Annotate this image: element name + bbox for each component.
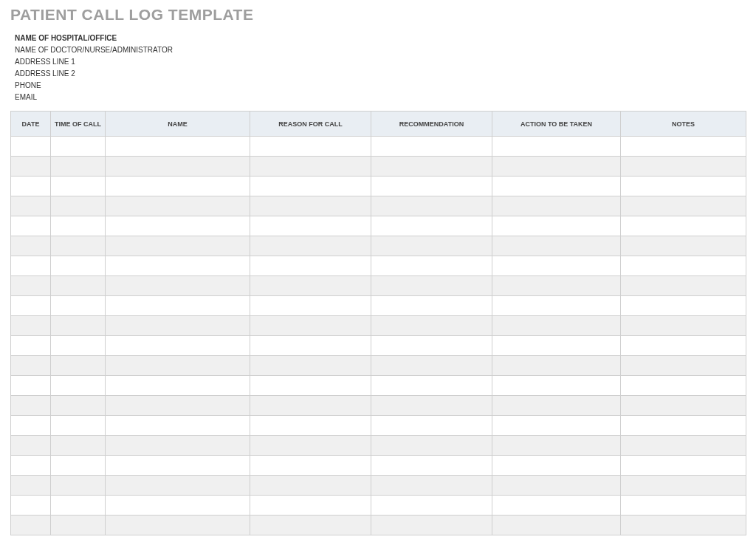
cell-time[interactable] xyxy=(51,157,106,177)
cell-name[interactable] xyxy=(106,376,250,396)
cell-name[interactable] xyxy=(106,336,250,356)
cell-name[interactable] xyxy=(106,256,250,276)
cell-time[interactable] xyxy=(51,276,106,296)
cell-date[interactable] xyxy=(11,396,51,416)
cell-notes[interactable] xyxy=(621,416,746,436)
cell-notes[interactable] xyxy=(621,177,746,196)
cell-date[interactable] xyxy=(11,196,51,216)
cell-date[interactable] xyxy=(11,157,51,177)
cell-date[interactable] xyxy=(11,516,51,535)
cell-notes[interactable] xyxy=(621,356,746,376)
cell-time[interactable] xyxy=(51,516,106,535)
cell-action[interactable] xyxy=(492,516,621,535)
cell-notes[interactable] xyxy=(621,236,746,256)
cell-action[interactable] xyxy=(492,216,621,236)
cell-action[interactable] xyxy=(492,336,621,356)
cell-date[interactable] xyxy=(11,296,51,316)
cell-reason[interactable] xyxy=(250,376,371,396)
cell-name[interactable] xyxy=(106,476,250,496)
cell-name[interactable] xyxy=(106,236,250,256)
cell-action[interactable] xyxy=(492,256,621,276)
cell-name[interactable] xyxy=(106,456,250,476)
cell-action[interactable] xyxy=(492,456,621,476)
cell-time[interactable] xyxy=(51,196,106,216)
cell-name[interactable] xyxy=(106,396,250,416)
cell-name[interactable] xyxy=(106,216,250,236)
cell-time[interactable] xyxy=(51,436,106,456)
cell-reason[interactable] xyxy=(250,336,371,356)
cell-action[interactable] xyxy=(492,137,621,157)
cell-notes[interactable] xyxy=(621,256,746,276)
cell-recommendation[interactable] xyxy=(371,456,492,476)
cell-time[interactable] xyxy=(51,137,106,157)
cell-notes[interactable] xyxy=(621,476,746,496)
cell-recommendation[interactable] xyxy=(371,316,492,336)
cell-time[interactable] xyxy=(51,396,106,416)
cell-notes[interactable] xyxy=(621,456,746,476)
cell-name[interactable] xyxy=(106,516,250,535)
cell-reason[interactable] xyxy=(250,496,371,516)
cell-action[interactable] xyxy=(492,157,621,177)
cell-recommendation[interactable] xyxy=(371,476,492,496)
cell-action[interactable] xyxy=(492,316,621,336)
cell-reason[interactable] xyxy=(250,356,371,376)
cell-time[interactable] xyxy=(51,296,106,316)
cell-action[interactable] xyxy=(492,496,621,516)
cell-recommendation[interactable] xyxy=(371,196,492,216)
cell-time[interactable] xyxy=(51,416,106,436)
cell-notes[interactable] xyxy=(621,196,746,216)
cell-name[interactable] xyxy=(106,416,250,436)
cell-action[interactable] xyxy=(492,276,621,296)
cell-recommendation[interactable] xyxy=(371,516,492,535)
cell-recommendation[interactable] xyxy=(371,356,492,376)
cell-name[interactable] xyxy=(106,296,250,316)
cell-reason[interactable] xyxy=(250,157,371,177)
cell-date[interactable] xyxy=(11,476,51,496)
cell-notes[interactable] xyxy=(621,336,746,356)
cell-time[interactable] xyxy=(51,236,106,256)
cell-date[interactable] xyxy=(11,456,51,476)
cell-recommendation[interactable] xyxy=(371,376,492,396)
cell-action[interactable] xyxy=(492,356,621,376)
cell-notes[interactable] xyxy=(621,516,746,535)
cell-reason[interactable] xyxy=(250,276,371,296)
cell-date[interactable] xyxy=(11,177,51,196)
cell-notes[interactable] xyxy=(621,137,746,157)
cell-date[interactable] xyxy=(11,137,51,157)
cell-reason[interactable] xyxy=(250,476,371,496)
cell-time[interactable] xyxy=(51,316,106,336)
cell-name[interactable] xyxy=(106,196,250,216)
cell-name[interactable] xyxy=(106,496,250,516)
cell-notes[interactable] xyxy=(621,216,746,236)
cell-reason[interactable] xyxy=(250,196,371,216)
cell-date[interactable] xyxy=(11,256,51,276)
cell-time[interactable] xyxy=(51,356,106,376)
cell-notes[interactable] xyxy=(621,316,746,336)
cell-recommendation[interactable] xyxy=(371,177,492,196)
cell-reason[interactable] xyxy=(250,316,371,336)
cell-action[interactable] xyxy=(492,436,621,456)
cell-action[interactable] xyxy=(492,177,621,196)
cell-date[interactable] xyxy=(11,376,51,396)
cell-date[interactable] xyxy=(11,236,51,256)
cell-time[interactable] xyxy=(51,456,106,476)
cell-recommendation[interactable] xyxy=(371,276,492,296)
cell-reason[interactable] xyxy=(250,516,371,535)
cell-date[interactable] xyxy=(11,336,51,356)
cell-notes[interactable] xyxy=(621,276,746,296)
cell-notes[interactable] xyxy=(621,396,746,416)
cell-reason[interactable] xyxy=(250,396,371,416)
cell-recommendation[interactable] xyxy=(371,256,492,276)
cell-recommendation[interactable] xyxy=(371,296,492,316)
cell-notes[interactable] xyxy=(621,157,746,177)
cell-notes[interactable] xyxy=(621,496,746,516)
cell-time[interactable] xyxy=(51,336,106,356)
cell-name[interactable] xyxy=(106,157,250,177)
cell-action[interactable] xyxy=(492,236,621,256)
cell-reason[interactable] xyxy=(250,456,371,476)
cell-name[interactable] xyxy=(106,356,250,376)
cell-action[interactable] xyxy=(492,396,621,416)
cell-reason[interactable] xyxy=(250,416,371,436)
cell-time[interactable] xyxy=(51,256,106,276)
cell-time[interactable] xyxy=(51,496,106,516)
